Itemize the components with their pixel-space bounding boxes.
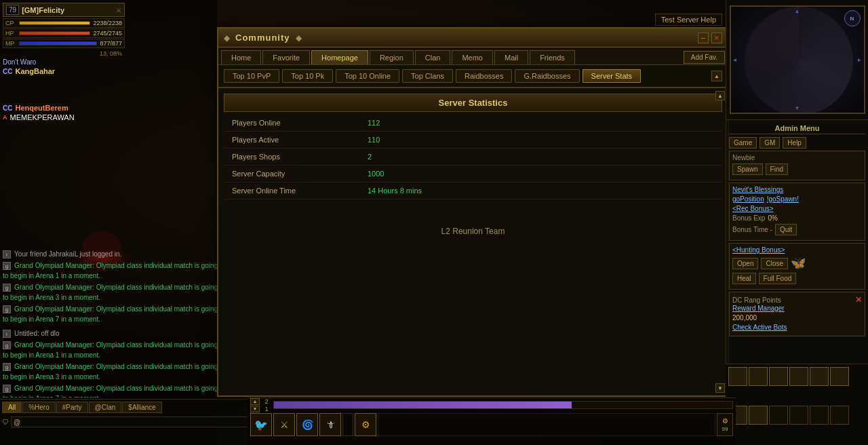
rec-bonus-link[interactable]: <Rec Bonus> xyxy=(732,205,774,212)
tab-clan[interactable]: Clan xyxy=(415,50,451,64)
blessings-link[interactable]: Nevit's Blessings xyxy=(732,186,783,193)
memek-entry: A MEMEKPERAWAN xyxy=(3,113,213,122)
tab-memo[interactable]: Memo xyxy=(452,50,493,64)
tab-region[interactable]: Region xyxy=(370,50,414,64)
inv-slot-4[interactable] xyxy=(789,367,808,386)
inv-slot-11[interactable] xyxy=(810,406,829,425)
stats-row-3: Players Shops 2 xyxy=(224,149,722,166)
skill-slot-3[interactable]: 🌀 xyxy=(296,413,318,436)
open-button[interactable]: Open xyxy=(732,258,758,269)
dont-waro-label: Don't Waro xyxy=(3,58,36,66)
quit-button[interactable]: Quit xyxy=(775,224,797,235)
inv-slot-9[interactable] xyxy=(769,406,788,425)
chat-tab-all[interactable]: All xyxy=(2,402,22,413)
full-food-button[interactable]: Full Food xyxy=(759,273,797,284)
skill-slot-2[interactable]: ⚔ xyxy=(273,413,295,436)
names-area: Don't Waro CC KangBahar CC HenqeutBerem … xyxy=(3,58,213,122)
scroll-top-button[interactable]: ▲ xyxy=(711,71,722,81)
hunting-bonus-link[interactable]: <Hunting Bonus> xyxy=(732,246,785,254)
admin-title: Admin Menu xyxy=(729,123,865,134)
nav-exp-row: ▲ ▼ 2 1 xyxy=(248,398,736,412)
tab-favorite[interactable]: Favorite xyxy=(262,50,310,64)
newbie-label: Newbie xyxy=(732,154,755,161)
chat-text-5: Untitled: off dlo xyxy=(14,330,60,337)
chat-text-7: Grand Olympiad Manager: Olympiad class i… xyxy=(3,363,218,381)
cp-fill xyxy=(20,22,90,24)
kangbahar-clan-tag: CC xyxy=(3,68,12,75)
inv-slot-1[interactable] xyxy=(728,367,747,386)
tab-mail[interactable]: Mail xyxy=(494,50,528,64)
spawn-find-row: Spawn Find xyxy=(732,163,862,175)
reward-value-row: 200,000 xyxy=(732,314,862,322)
chat-tab-party[interactable]: #Party xyxy=(56,402,88,413)
char-level: 79 xyxy=(6,5,19,15)
subtab-graidbosses[interactable]: G.Raidbosses xyxy=(515,69,579,83)
hp-track xyxy=(19,31,90,35)
window-scroll-bottom[interactable]: ▼ xyxy=(715,383,725,393)
subtab-topclans[interactable]: Top Clans xyxy=(402,69,453,83)
right-panel: N ▲ ▼ ◄ ► Admin Menu Game GM Help Newbie… xyxy=(726,0,868,445)
minimize-button[interactable]: ─ xyxy=(698,33,709,43)
close-button[interactable]: ✕ xyxy=(711,33,722,43)
close-button[interactable]: Close xyxy=(761,258,788,269)
skill-slot-1[interactable]: 🐦 xyxy=(250,413,272,436)
subtab-top10pk[interactable]: Top 10 Pk xyxy=(282,69,333,83)
skill-slot-4[interactable]: 🗡 xyxy=(319,413,341,436)
left-panel: 79 [GM]Felicity ⚔ CP 2238/2238 HP 2745/2… xyxy=(0,0,217,445)
row-numbers: 2 1 xyxy=(262,398,271,412)
gm-button[interactable]: GM xyxy=(760,137,780,149)
chat-tab-hero[interactable]: %Hero xyxy=(22,402,56,413)
window-scroll-top[interactable]: ▲ xyxy=(715,91,725,100)
chat-line-1: i Your friend JahrakaiL just logged in. xyxy=(3,248,220,260)
tab-friends[interactable]: Friends xyxy=(530,50,575,64)
wing-icon: 🦋 xyxy=(791,256,806,271)
skill-slot-5[interactable]: ⚙ xyxy=(355,413,376,436)
check-bots-link[interactable]: Check Active Bots xyxy=(732,324,787,331)
mp-bar-row: MP 877/877 xyxy=(3,39,125,48)
chat-tab-alliance[interactable]: $Alliance xyxy=(122,402,162,413)
map-arrow-right: ► xyxy=(857,57,863,63)
add-fav-button[interactable]: Add Fav. xyxy=(684,51,725,64)
skill-sep-1 xyxy=(342,413,353,436)
inv-slot-12[interactable] xyxy=(830,406,849,425)
window-titlebar: ◆ Community ◆ ─ ✕ xyxy=(218,28,728,47)
stats-row-5: Server Online Time 14 Hours 8 mins xyxy=(224,182,722,199)
chat-log: i Your friend JahrakaiL just logged in. … xyxy=(3,248,220,398)
reward-manager-link[interactable]: Reward Manager xyxy=(732,305,785,312)
cp-label: CP xyxy=(5,20,16,26)
chat-tab-clan[interactable]: @Clan xyxy=(89,402,122,413)
subtab-top10pvp[interactable]: Top 10 PvP xyxy=(224,69,279,83)
goposition-link[interactable]: goPosition xyxy=(732,195,764,203)
exp-percent: 13. 08% xyxy=(3,49,125,57)
bonus-time-label: Bonus Time - xyxy=(732,226,772,233)
kangbahar-entry: CC KangBahar xyxy=(3,66,213,76)
subtab-serverstats[interactable]: Server Stats xyxy=(583,69,642,83)
subtab-raidbosses[interactable]: Raidbosses xyxy=(456,69,512,83)
heal-button[interactable]: Heal xyxy=(732,273,756,284)
inv-slot-6[interactable] xyxy=(830,367,849,386)
subtab-top10online[interactable]: Top 10 Online xyxy=(336,69,399,83)
nav-arrow-up[interactable]: ▲ xyxy=(250,398,260,405)
inv-slot-3[interactable] xyxy=(769,367,788,386)
reward-close-button[interactable]: ✕ xyxy=(855,295,862,305)
map-arrow-up: ▲ xyxy=(795,8,800,14)
map-arrow-down: ▼ xyxy=(795,105,800,111)
inv-slot-2[interactable] xyxy=(749,367,768,386)
inv-slot-10[interactable] xyxy=(789,406,808,425)
inv-slot-5[interactable] xyxy=(810,367,829,386)
gospawn-link[interactable]: !goSpawn! xyxy=(767,195,799,203)
chat-input[interactable] xyxy=(11,417,249,427)
reward-panel: DC Rang Points ✕ Reward Manager 200,000 … xyxy=(729,292,865,336)
nav-arrow-down[interactable]: ▼ xyxy=(250,406,260,412)
goposition-row: goPosition !goSpawn! xyxy=(732,195,862,203)
game-button[interactable]: Game xyxy=(729,137,757,149)
chat-line-7: g Grand Olympiad Manager: Olympiad class… xyxy=(3,361,220,383)
mp-track xyxy=(19,41,97,45)
help-button[interactable]: Help xyxy=(783,137,806,149)
tab-homepage[interactable]: Homepage xyxy=(311,50,368,64)
find-button[interactable]: Find xyxy=(766,163,788,175)
spawn-button[interactable]: Spawn xyxy=(732,163,763,175)
cp-values: 2238/2238 xyxy=(93,20,122,26)
inv-slot-8[interactable] xyxy=(749,406,768,425)
tab-home[interactable]: Home xyxy=(221,50,261,64)
